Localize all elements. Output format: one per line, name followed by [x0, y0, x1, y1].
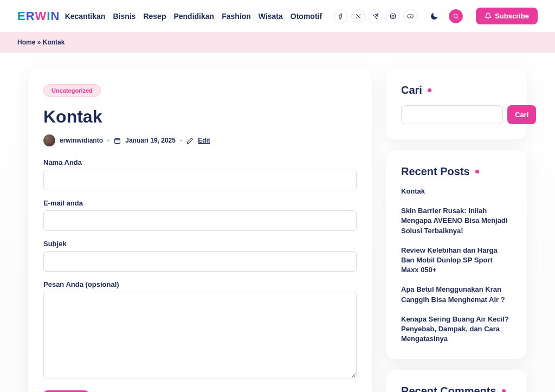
nav-item-fashion[interactable]: Fashion	[222, 12, 251, 21]
meta-sep: •	[107, 137, 109, 144]
site-logo[interactable]: ERWIN	[17, 9, 60, 23]
message-label: Pesan Anda (opsional)	[43, 280, 357, 288]
search-icon-button[interactable]	[449, 9, 463, 23]
search-input[interactable]	[401, 105, 503, 124]
subject-label: Subjek	[43, 240, 357, 248]
recent-post-link[interactable]: Kenapa Sering Buang Air Kecil? Penyebab,…	[401, 314, 512, 344]
list-item: Kenapa Sering Buang Air Kecil? Penyebab,…	[401, 314, 512, 344]
email-label: E-mail anda	[43, 199, 357, 207]
breadcrumb-sep: »	[37, 38, 41, 46]
search-widget-title: Cari	[401, 84, 512, 97]
nav-item-wisata[interactable]: Wisata	[259, 12, 283, 21]
post-meta: erwinwidianto • Januari 19, 2025 • Edit	[43, 134, 357, 146]
recent-post-link[interactable]: Skin Barrier Rusak: Inilah Mengapa AVEEN…	[401, 206, 512, 236]
page-title: Kontak	[43, 107, 357, 127]
recent-posts-list: Kontak Skin Barrier Rusak: Inilah Mengap…	[401, 187, 512, 344]
recent-posts-widget: Recent Posts Kontak Skin Barrier Rusak: …	[386, 150, 527, 359]
nav-item-bisnis[interactable]: Bisnis	[113, 12, 135, 21]
category-tag[interactable]: Uncategorized	[43, 84, 101, 97]
post-card: Uncategorized Kontak erwinwidianto • Jan…	[28, 69, 372, 392]
nav-item-kecantikan[interactable]: Kecantikan	[65, 12, 106, 21]
nav-item-resep[interactable]: Resep	[143, 12, 166, 21]
dark-mode-toggle[interactable]	[427, 12, 441, 21]
breadcrumb-current: Kontak	[43, 38, 65, 46]
email-input[interactable]	[43, 210, 357, 231]
bell-icon	[485, 12, 492, 20]
avatar	[43, 134, 55, 146]
recent-posts-title: Recent Posts	[401, 165, 512, 178]
sidebar: Cari Cari Recent Posts Kontak Skin Barri…	[386, 69, 527, 392]
x-twitter-icon[interactable]	[351, 9, 365, 23]
recent-post-link[interactable]: Review Kelebihan dan Harga Ban Mobil Dun…	[401, 246, 512, 275]
svg-point-2	[395, 15, 395, 15]
nav-item-pendidikan[interactable]: Pendidikan	[173, 12, 214, 21]
breadcrumb: Home » Kontak	[17, 32, 538, 53]
social-icons	[334, 9, 417, 23]
contact-form: Nama Anda E-mail anda Subjek Pesan Anda …	[43, 158, 357, 392]
youtube-icon[interactable]	[403, 9, 417, 23]
breadcrumb-bar: Home » Kontak	[0, 32, 555, 53]
list-item: Kontak	[401, 187, 512, 196]
telegram-icon[interactable]	[369, 9, 383, 23]
subscribe-label: Subscribe	[495, 12, 529, 20]
message-textarea[interactable]	[43, 292, 357, 378]
top-bar: ERWIN Kecantikan Bisnis Resep Pendidikan…	[0, 0, 555, 32]
name-input[interactable]	[43, 170, 357, 190]
list-item: Apa Betul Menggunakan Kran Canggih Bisa …	[401, 285, 512, 304]
recent-comments-title: Recent Comments	[401, 385, 512, 392]
main-nav: Kecantikan Bisnis Resep Pendidikan Fashi…	[65, 8, 538, 24]
recent-post-link[interactable]: Apa Betul Menggunakan Kran Canggih Bisa …	[401, 285, 512, 304]
list-item: Skin Barrier Rusak: Inilah Mengapa AVEEN…	[401, 206, 512, 236]
post-date: Januari 19, 2025	[125, 137, 176, 144]
meta-sep-2: •	[180, 137, 182, 144]
svg-point-4	[454, 14, 457, 18]
svg-rect-5	[115, 138, 120, 143]
facebook-icon[interactable]	[334, 9, 348, 23]
search-button[interactable]: Cari	[507, 105, 536, 124]
breadcrumb-home[interactable]: Home	[17, 38, 35, 46]
svg-point-1	[392, 15, 394, 17]
edit-link[interactable]: Edit	[198, 137, 210, 144]
edit-icon	[186, 137, 193, 144]
instagram-icon[interactable]	[386, 9, 400, 23]
search-widget: Cari Cari	[386, 69, 527, 139]
subject-input[interactable]	[43, 251, 357, 272]
calendar-icon	[114, 137, 121, 144]
recent-post-link[interactable]: Kontak	[401, 187, 512, 196]
name-label: Nama Anda	[43, 158, 357, 166]
nav-item-otomotif[interactable]: Otomotif	[291, 12, 322, 21]
recent-comments-widget: Recent Comments Tidak ada komentar untuk…	[386, 370, 527, 392]
list-item: Review Kelebihan dan Harga Ban Mobil Dun…	[401, 246, 512, 275]
author-name[interactable]: erwinwidianto	[60, 137, 103, 144]
subscribe-button[interactable]: Subscribe	[476, 8, 538, 24]
